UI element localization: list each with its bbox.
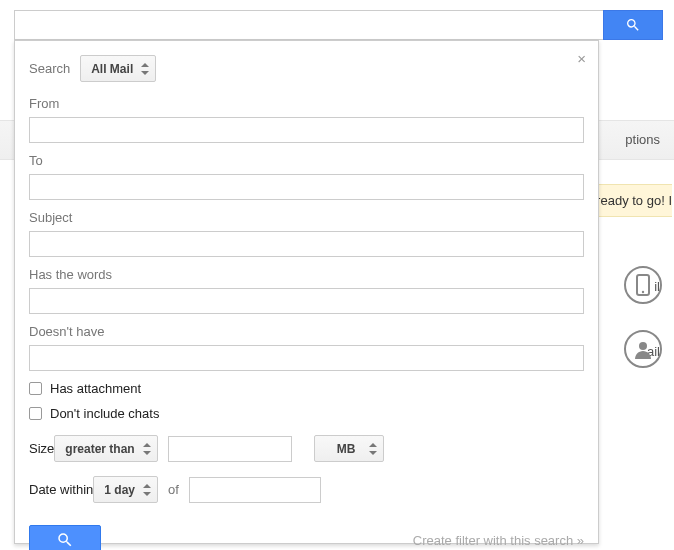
doesnt-have-label: Doesn't have (29, 324, 584, 339)
date-within-value: 1 day (104, 483, 135, 497)
doesnt-have-field[interactable] (29, 345, 584, 371)
bg-options-text: ptions (625, 132, 660, 147)
size-operator-value: greater than (65, 442, 134, 456)
from-field[interactable] (29, 117, 584, 143)
phone-icon[interactable] (624, 266, 662, 304)
search-scope-label: Search (29, 61, 70, 76)
date-within-label: Date within (29, 482, 93, 497)
search-scope-value: All Mail (91, 62, 133, 76)
search-input[interactable] (14, 10, 603, 40)
advanced-search-button[interactable] (29, 525, 101, 550)
chevron-updown-icon (143, 484, 151, 496)
to-label: To (29, 153, 584, 168)
svg-point-1 (642, 291, 644, 293)
subject-label: Subject (29, 210, 584, 225)
has-words-field[interactable] (29, 288, 584, 314)
from-label: From (29, 96, 584, 111)
date-field[interactable] (189, 477, 321, 503)
search-icon (625, 17, 641, 33)
create-filter-link[interactable]: Create filter with this search » (413, 533, 584, 548)
svg-point-2 (639, 342, 647, 350)
size-unit-select[interactable]: MB (314, 435, 385, 462)
advanced-search-panel: × Search All Mail From To Subject Has th… (14, 40, 599, 544)
person-icon[interactable] (624, 330, 662, 368)
chevron-updown-icon (141, 63, 149, 75)
of-label: of (168, 482, 179, 497)
chevron-updown-icon (143, 443, 151, 455)
has-attachment-label: Has attachment (50, 381, 141, 396)
size-operator-select[interactable]: greater than (54, 435, 157, 462)
dont-include-chats-checkbox[interactable] (29, 407, 42, 420)
close-icon[interactable]: × (577, 51, 586, 66)
search-icon (56, 531, 74, 549)
has-attachment-checkbox[interactable] (29, 382, 42, 395)
date-within-select[interactable]: 1 day (93, 476, 158, 503)
subject-field[interactable] (29, 231, 584, 257)
search-button[interactable] (603, 10, 663, 40)
top-search-bar (14, 10, 663, 40)
size-unit-value: MB (337, 442, 356, 456)
has-words-label: Has the words (29, 267, 584, 282)
to-field[interactable] (29, 174, 584, 200)
chevron-updown-icon (369, 443, 377, 455)
size-label: Size (29, 441, 54, 456)
dont-include-chats-label: Don't include chats (50, 406, 159, 421)
size-value-field[interactable] (168, 436, 292, 462)
search-scope-select[interactable]: All Mail (80, 55, 156, 82)
